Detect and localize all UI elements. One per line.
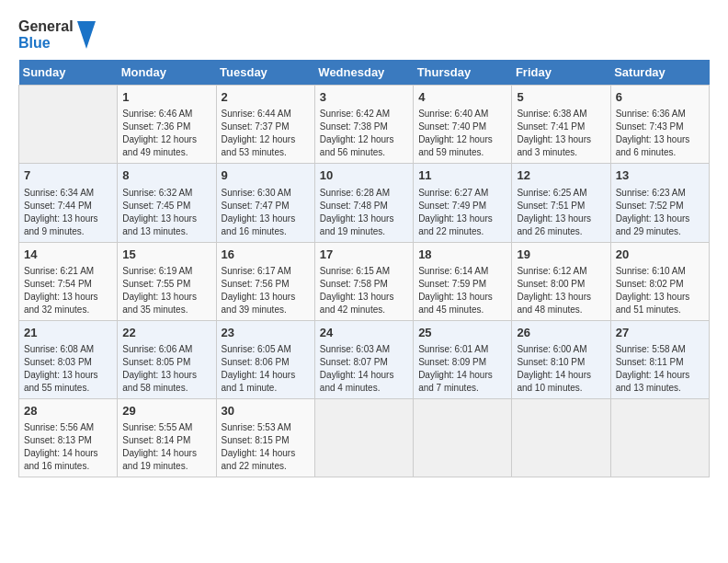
calendar-cell: 6Sunrise: 6:36 AM Sunset: 7:43 PM Daylig… [610, 86, 709, 164]
weekday-header: Wednesday [314, 60, 413, 86]
weekday-header: Thursday [414, 60, 512, 86]
calendar-cell: 3Sunrise: 6:42 AM Sunset: 7:38 PM Daylig… [314, 86, 413, 164]
day-number: 7 [24, 167, 112, 184]
weekday-header: Friday [512, 60, 610, 86]
calendar-cell: 9Sunrise: 6:30 AM Sunset: 7:47 PM Daylig… [216, 164, 314, 242]
calendar-cell: 27Sunrise: 5:58 AM Sunset: 8:11 PM Dayli… [610, 320, 709, 398]
day-number: 10 [320, 167, 408, 184]
calendar-cell: 12Sunrise: 6:25 AM Sunset: 7:51 PM Dayli… [512, 164, 610, 242]
day-info: Sunrise: 6:10 AM Sunset: 8:02 PM Dayligh… [616, 265, 704, 316]
day-info: Sunrise: 6:36 AM Sunset: 7:43 PM Dayligh… [616, 108, 704, 159]
day-number: 16 [222, 247, 310, 263]
calendar-cell: 20Sunrise: 6:10 AM Sunset: 8:02 PM Dayli… [610, 242, 709, 320]
day-info: Sunrise: 6:44 AM Sunset: 7:37 PM Dayligh… [222, 108, 310, 159]
calendar-cell: 2Sunrise: 6:44 AM Sunset: 7:37 PM Daylig… [216, 86, 314, 164]
day-number: 27 [616, 325, 704, 341]
calendar-cell: 17Sunrise: 6:15 AM Sunset: 7:58 PM Dayli… [314, 242, 413, 320]
calendar-week-row: 14Sunrise: 6:21 AM Sunset: 7:54 PM Dayli… [19, 242, 710, 320]
calendar-cell: 1Sunrise: 6:46 AM Sunset: 7:36 PM Daylig… [118, 86, 216, 164]
calendar-cell: 23Sunrise: 6:05 AM Sunset: 8:06 PM Dayli… [216, 320, 314, 398]
calendar-cell: 30Sunrise: 5:53 AM Sunset: 8:15 PM Dayli… [216, 398, 314, 477]
day-number: 12 [517, 167, 605, 184]
day-number: 1 [122, 89, 210, 106]
day-number: 5 [517, 89, 605, 106]
day-info: Sunrise: 6:00 AM Sunset: 8:10 PM Dayligh… [517, 343, 605, 395]
day-info: Sunrise: 6:42 AM Sunset: 7:38 PM Dayligh… [320, 108, 408, 159]
day-info: Sunrise: 6:14 AM Sunset: 7:59 PM Dayligh… [418, 265, 506, 316]
day-info: Sunrise: 6:19 AM Sunset: 7:55 PM Dayligh… [122, 265, 210, 316]
day-info: Sunrise: 6:21 AM Sunset: 7:54 PM Dayligh… [24, 265, 112, 316]
calendar-week-row: 21Sunrise: 6:08 AM Sunset: 8:03 PM Dayli… [19, 320, 710, 398]
day-info: Sunrise: 6:17 AM Sunset: 7:56 PM Dayligh… [222, 265, 310, 316]
calendar-cell [19, 86, 118, 164]
calendar-cell: 7Sunrise: 6:34 AM Sunset: 7:44 PM Daylig… [19, 164, 118, 242]
calendar-cell: 29Sunrise: 5:55 AM Sunset: 8:14 PM Dayli… [118, 398, 216, 477]
day-number: 19 [517, 247, 605, 263]
calendar-cell: 15Sunrise: 6:19 AM Sunset: 7:55 PM Dayli… [118, 242, 216, 320]
day-info: Sunrise: 6:30 AM Sunset: 7:47 PM Dayligh… [222, 187, 310, 238]
day-info: Sunrise: 6:15 AM Sunset: 7:58 PM Dayligh… [320, 265, 408, 316]
day-number: 13 [616, 167, 704, 184]
day-info: Sunrise: 6:05 AM Sunset: 8:06 PM Dayligh… [222, 343, 310, 395]
day-number: 15 [122, 247, 210, 263]
day-number: 26 [517, 325, 605, 341]
day-info: Sunrise: 6:27 AM Sunset: 7:49 PM Dayligh… [418, 187, 506, 238]
day-number: 9 [222, 167, 310, 184]
day-number: 4 [418, 89, 506, 106]
day-info: Sunrise: 5:53 AM Sunset: 8:15 PM Dayligh… [222, 421, 310, 473]
calendar-cell: 4Sunrise: 6:40 AM Sunset: 7:40 PM Daylig… [414, 86, 512, 164]
day-info: Sunrise: 6:32 AM Sunset: 7:45 PM Dayligh… [122, 187, 210, 238]
calendar-cell: 22Sunrise: 6:06 AM Sunset: 8:05 PM Dayli… [118, 320, 216, 398]
calendar-week-row: 1Sunrise: 6:46 AM Sunset: 7:36 PM Daylig… [19, 86, 710, 164]
logo-arrow-icon [77, 21, 96, 49]
day-info: Sunrise: 5:56 AM Sunset: 8:13 PM Dayligh… [24, 421, 112, 473]
logo-text: General Blue [18, 18, 74, 51]
calendar-cell: 26Sunrise: 6:00 AM Sunset: 8:10 PM Dayli… [512, 320, 610, 398]
day-info: Sunrise: 5:58 AM Sunset: 8:11 PM Dayligh… [616, 343, 704, 395]
day-info: Sunrise: 6:03 AM Sunset: 8:07 PM Dayligh… [320, 343, 408, 395]
day-info: Sunrise: 6:40 AM Sunset: 7:40 PM Dayligh… [418, 108, 506, 159]
day-info: Sunrise: 6:08 AM Sunset: 8:03 PM Dayligh… [24, 343, 112, 395]
calendar-cell: 28Sunrise: 5:56 AM Sunset: 8:13 PM Dayli… [19, 398, 118, 477]
calendar-cell: 11Sunrise: 6:27 AM Sunset: 7:49 PM Dayli… [414, 164, 512, 242]
day-number: 24 [320, 325, 408, 341]
day-info: Sunrise: 6:01 AM Sunset: 8:09 PM Dayligh… [418, 343, 506, 395]
day-info: Sunrise: 6:46 AM Sunset: 7:36 PM Dayligh… [122, 108, 210, 159]
day-number: 28 [24, 403, 112, 419]
day-info: Sunrise: 6:23 AM Sunset: 7:52 PM Dayligh… [616, 187, 704, 238]
calendar-week-row: 7Sunrise: 6:34 AM Sunset: 7:44 PM Daylig… [19, 164, 710, 242]
day-number: 22 [122, 325, 210, 341]
day-info: Sunrise: 6:28 AM Sunset: 7:48 PM Dayligh… [320, 187, 408, 238]
day-number: 18 [418, 247, 506, 263]
weekday-header-row: SundayMondayTuesdayWednesdayThursdayFrid… [19, 60, 710, 86]
weekday-header: Monday [118, 60, 216, 86]
calendar-cell [610, 398, 709, 477]
calendar-cell: 18Sunrise: 6:14 AM Sunset: 7:59 PM Dayli… [414, 242, 512, 320]
day-number: 25 [418, 325, 506, 341]
calendar-cell: 13Sunrise: 6:23 AM Sunset: 7:52 PM Dayli… [610, 164, 709, 242]
weekday-header: Saturday [610, 60, 709, 86]
calendar-cell: 16Sunrise: 6:17 AM Sunset: 7:56 PM Dayli… [216, 242, 314, 320]
day-number: 20 [616, 247, 704, 263]
calendar-cell [314, 398, 413, 477]
logo: General Blue [18, 18, 96, 51]
calendar-table: SundayMondayTuesdayWednesdayThursdayFrid… [18, 60, 710, 477]
day-info: Sunrise: 6:12 AM Sunset: 8:00 PM Dayligh… [517, 265, 605, 316]
day-number: 30 [222, 403, 310, 419]
day-number: 2 [222, 89, 310, 106]
svg-marker-0 [77, 21, 96, 49]
day-number: 21 [24, 325, 112, 341]
day-number: 14 [24, 247, 112, 263]
calendar-cell [512, 398, 610, 477]
day-number: 17 [320, 247, 408, 263]
day-info: Sunrise: 6:25 AM Sunset: 7:51 PM Dayligh… [517, 187, 605, 238]
day-number: 3 [320, 89, 408, 106]
calendar-week-row: 28Sunrise: 5:56 AM Sunset: 8:13 PM Dayli… [19, 398, 710, 477]
day-number: 6 [616, 89, 704, 106]
weekday-header: Sunday [19, 60, 118, 86]
day-number: 29 [122, 403, 210, 419]
weekday-header: Tuesday [216, 60, 314, 86]
calendar-cell: 19Sunrise: 6:12 AM Sunset: 8:00 PM Dayli… [512, 242, 610, 320]
calendar-cell: 8Sunrise: 6:32 AM Sunset: 7:45 PM Daylig… [118, 164, 216, 242]
day-info: Sunrise: 5:55 AM Sunset: 8:14 PM Dayligh… [122, 421, 210, 473]
